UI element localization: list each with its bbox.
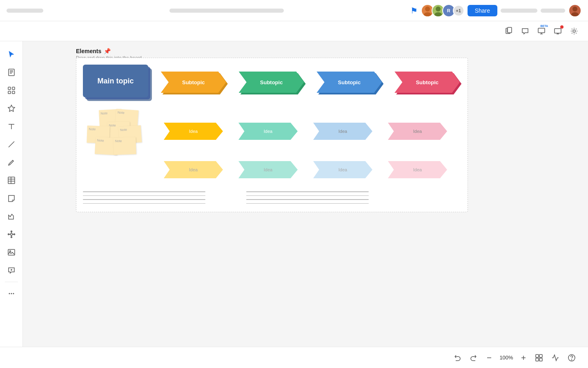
zoom-in-button[interactable]	[518, 352, 529, 364]
idea-lightyellow-label: Idea	[189, 167, 198, 172]
svg-point-27	[13, 293, 14, 294]
sidebar-item-notes[interactable]	[3, 64, 20, 81]
idea-yellow-label: Idea	[189, 129, 198, 134]
svg-point-25	[9, 293, 10, 294]
idea-verylightpink[interactable]: Idea	[388, 161, 451, 180]
svg-point-18	[10, 233, 12, 236]
svg-line-16	[9, 141, 14, 147]
sidebar-item-draw[interactable]	[3, 154, 20, 171]
idea-verylightpink-label: Idea	[413, 167, 422, 172]
svg-rect-11	[9, 69, 14, 76]
idea-verylightteal-label: Idea	[264, 167, 272, 172]
main-topic-element[interactable]: Main topic	[83, 65, 149, 101]
idea-verylightteal[interactable]: Idea	[238, 161, 302, 180]
icon-toolbar: BETA	[0, 21, 588, 41]
subtopic-green-label: Subtopic	[260, 79, 283, 85]
search-bar[interactable]	[169, 9, 284, 13]
subtopic-blue-label: Subtopic	[338, 79, 361, 85]
sidebar-item-table[interactable]	[3, 172, 20, 188]
screen-icon-btn[interactable]	[550, 24, 565, 38]
idea-lightblue-label: Idea	[339, 129, 347, 134]
text-line	[83, 199, 205, 200]
settings-icon-btn[interactable]	[567, 24, 581, 38]
text-line	[246, 195, 369, 196]
sidebar-item-comment[interactable]	[3, 262, 20, 278]
sidebar-item-chart[interactable]	[3, 208, 20, 224]
beta-label: BETA	[540, 25, 548, 27]
svg-rect-13	[12, 87, 15, 90]
svg-rect-8	[538, 28, 545, 33]
sidebar-item-star[interactable]	[3, 100, 20, 117]
svg-rect-12	[8, 87, 11, 90]
sidebar-item-line[interactable]	[3, 136, 20, 153]
fit-to-screen-button[interactable]	[532, 351, 546, 364]
sidebar-item-text[interactable]	[3, 118, 20, 135]
share-button[interactable]: Share	[468, 5, 497, 16]
svg-point-1	[424, 12, 431, 16]
topbar-right: ⚑ R +1 Share	[410, 4, 581, 17]
sidebar-item-mindmap[interactable]	[3, 226, 20, 242]
activity-button[interactable]	[549, 351, 562, 364]
pin-icon: 📌	[104, 48, 111, 54]
svg-point-0	[425, 7, 430, 11]
idea-lightpink-label: Idea	[413, 129, 422, 134]
subtopic-orange[interactable]: Subtopic	[161, 72, 227, 94]
idea-lightyellow[interactable]: Idea	[164, 161, 227, 180]
svg-point-26	[11, 293, 12, 294]
undo-button[interactable]	[451, 351, 464, 364]
idea-verylightblue[interactable]: Idea	[313, 161, 376, 180]
current-user-avatar[interactable]	[568, 4, 581, 17]
files-icon-btn[interactable]	[501, 24, 516, 38]
sidebar-item-more[interactable]	[3, 285, 20, 302]
canvas-area[interactable]: Elements 📌 Drag and drop this into the b…	[23, 41, 588, 368]
flag-icon[interactable]: ⚑	[410, 6, 418, 16]
text-line	[246, 199, 369, 200]
text-lines-group-2	[246, 191, 369, 204]
text-line	[83, 191, 205, 192]
sidebar-item-select[interactable]	[3, 46, 20, 63]
notification-dot	[560, 25, 564, 29]
svg-rect-15	[12, 91, 15, 94]
svg-rect-17	[8, 177, 15, 184]
user-menu[interactable]	[501, 9, 537, 13]
svg-point-2	[436, 7, 441, 11]
zoom-control: 100%	[483, 352, 529, 364]
sidebar-divider	[5, 282, 18, 282]
topbar: ⚑ R +1 Share	[0, 0, 588, 21]
svg-rect-14	[8, 91, 11, 94]
panel-title: Elements	[76, 48, 101, 54]
idea-yellow[interactable]: Idea	[164, 123, 227, 141]
sidebar-item-apps[interactable]	[3, 82, 20, 99]
text-line	[83, 203, 205, 204]
idea-lightblue[interactable]: Idea	[313, 123, 376, 141]
avatar-group: R +1	[421, 4, 464, 17]
zoom-out-button[interactable]	[483, 352, 495, 364]
subtopic-green[interactable]: Subtopic	[239, 72, 305, 94]
subtopic-blue[interactable]: Subtopic	[316, 72, 383, 94]
comment-icon-btn[interactable]	[518, 24, 532, 38]
idea-lightpink[interactable]: Idea	[388, 123, 451, 141]
redo-button[interactable]	[467, 351, 480, 364]
text-line	[83, 195, 205, 196]
text-lines-group-1	[83, 191, 205, 204]
idea-verylightblue-label: Idea	[339, 167, 347, 172]
svg-point-24	[9, 251, 11, 252]
project-name[interactable]	[7, 9, 43, 13]
sticky-7: Note	[113, 137, 136, 155]
sidebar	[0, 41, 23, 368]
svg-rect-34	[539, 358, 542, 361]
sticky-notes-cluster[interactable]: Note Note Note Note Note Note Note	[83, 110, 152, 155]
subtopic-red[interactable]: Subtopic	[394, 72, 461, 94]
avatar-overflow[interactable]: +1	[453, 5, 464, 16]
present-icon-btn[interactable]: BETA	[534, 24, 549, 38]
zoom-level[interactable]: 100%	[497, 354, 516, 361]
sidebar-item-image[interactable]	[3, 244, 20, 260]
idea-teal[interactable]: Idea	[238, 123, 302, 141]
text-line	[246, 203, 369, 204]
status-pill	[541, 9, 565, 13]
main-layout: Elements 📌 Drag and drop this into the b…	[0, 41, 588, 368]
svg-point-36	[572, 359, 572, 360]
sidebar-item-sticky[interactable]	[3, 190, 20, 206]
help-button[interactable]	[565, 351, 578, 364]
bottom-toolbar: 100%	[0, 347, 588, 368]
